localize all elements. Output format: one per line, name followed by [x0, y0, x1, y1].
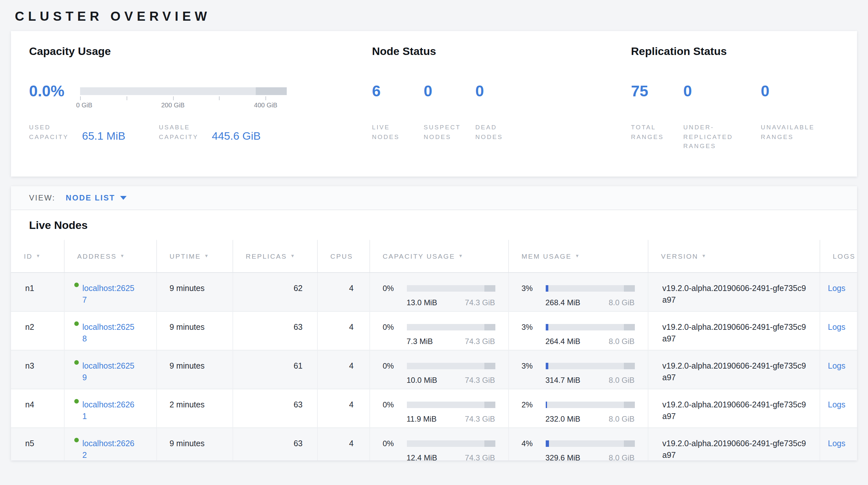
node-version-cell: v19.2.0-alpha.20190606-2491-gfe735c9a97: [648, 389, 819, 427]
suspect-nodes-value: 0: [424, 78, 475, 105]
view-selector-dropdown[interactable]: NODE LIST: [66, 193, 127, 202]
live-nodes-label: LIVE NODES: [372, 123, 414, 142]
node-logs-link[interactable]: Logs: [828, 322, 845, 332]
memory-meter-fill: [546, 324, 548, 330]
column-header-capacity-usage[interactable]: CAPACITY USAGE▼: [369, 240, 508, 272]
view-bar: VIEW: NODE LIST: [11, 186, 857, 210]
usable-capacity-stat: USABLE CAPACITY 445.6 GiB: [159, 123, 260, 142]
live-nodes-tbody: n1 localhost:26257 9 minutes 62 4 0% 13.…: [11, 272, 857, 460]
total-ranges-value: 75: [631, 78, 683, 105]
table-row: n1 localhost:26257 9 minutes 62 4 0% 13.…: [11, 272, 857, 311]
cluster-summary-card: Capacity Usage 0.0% 0 GiB 200 GiB 400 Gi…: [11, 31, 857, 176]
live-nodes-table: ID▼ ADDRESS▼ UPTIME▼ REPLICAS▼ CPUS: [11, 240, 857, 460]
memory-meter: [546, 324, 634, 330]
node-logs-link[interactable]: Logs: [828, 284, 845, 293]
node-logs-link[interactable]: Logs: [828, 400, 845, 409]
node-logs-cell: Logs: [819, 272, 857, 311]
node-uptime-cell: 9 minutes: [156, 427, 232, 460]
capacity-used-value: 7.3 MiB: [407, 335, 433, 347]
memory-used-value: 314.7 MiB: [546, 374, 580, 386]
node-id-cell: n5: [11, 427, 64, 460]
capacity-total-value: 74.3 GiB: [465, 413, 495, 425]
node-status-section: Node Status 6 LIVE NODES 0 SUSPECT NODES…: [372, 45, 631, 176]
under-replicated-ranges-value: 0: [683, 78, 761, 105]
node-address-link[interactable]: localhost:26261: [82, 399, 136, 423]
memory-used-value: 268.4 MiB: [546, 296, 580, 308]
column-header-logs: LOGS: [819, 240, 857, 272]
memory-meter: [546, 363, 634, 369]
used-capacity-value: 65.1 MiB: [82, 130, 125, 143]
node-address-cell: localhost:26259: [64, 350, 156, 389]
live-nodes-heading: Live Nodes: [11, 210, 857, 240]
capacity-meter: [407, 324, 495, 330]
capacity-meter: [407, 363, 495, 369]
memory-meter: [546, 401, 634, 408]
used-capacity-stat: USED CAPACITY 65.1 MiB: [29, 123, 159, 142]
memory-meter-reserved-segment: [624, 440, 634, 447]
node-address-cell: localhost:26261: [64, 389, 156, 427]
memory-total-value: 8.0 GiB: [609, 452, 634, 460]
column-header-mem-usage[interactable]: MEM USAGE▼: [508, 240, 648, 272]
node-id-cell: n2: [11, 311, 64, 350]
total-ranges-stat: 75 TOTAL RANGES: [631, 78, 683, 151]
node-mem-usage-cell: 2% 232.0 MiB 8.0 GiB: [508, 389, 648, 427]
column-header-cpus[interactable]: CPUS: [317, 240, 369, 272]
memory-percent: 4%: [522, 437, 546, 449]
column-header-version[interactable]: VERSION▼: [648, 240, 819, 272]
page-title: CLUSTER OVERVIEW: [0, 0, 868, 24]
sort-icon: ▼: [36, 254, 41, 258]
capacity-percent: 0%: [383, 437, 407, 449]
axis-tick-label: 0 GiB: [76, 102, 92, 109]
memory-meter-reserved-segment: [624, 401, 634, 408]
node-capacity-usage-cell: 0% 12.4 MiB 74.3 GiB: [369, 427, 508, 460]
node-logs-link[interactable]: Logs: [828, 361, 845, 370]
replication-status-section: Replication Status 75 TOTAL RANGES 0 UND…: [631, 45, 857, 176]
chevron-down-icon: [120, 196, 127, 200]
capacity-usage-section: Capacity Usage 0.0% 0 GiB 200 GiB 400 Gi…: [29, 45, 372, 176]
node-logs-link[interactable]: Logs: [828, 439, 845, 448]
view-selected-value: NODE LIST: [66, 193, 115, 202]
sort-icon: ▼: [120, 254, 126, 258]
capacity-meter-reserved-segment: [485, 401, 495, 408]
sort-icon: ▼: [458, 254, 464, 258]
capacity-meter-reserved-segment: [485, 440, 495, 447]
node-address-link[interactable]: localhost:26262: [82, 437, 136, 460]
memory-meter-fill: [546, 363, 548, 369]
usable-capacity-value: 445.6 GiB: [212, 130, 260, 143]
node-address-link[interactable]: localhost:26257: [82, 282, 136, 307]
column-header-address[interactable]: ADDRESS▼: [64, 240, 156, 272]
column-header-uptime[interactable]: UPTIME▼: [156, 240, 232, 272]
dead-nodes-stat: 0 DEAD NODES: [475, 78, 547, 142]
memory-total-value: 8.0 GiB: [609, 335, 634, 347]
capacity-total-value: 74.3 GiB: [465, 374, 495, 386]
capacity-used-value: 10.0 MiB: [407, 374, 437, 386]
memory-meter-reserved-segment: [624, 285, 634, 291]
table-row: n5 localhost:26262 9 minutes 63 4 0% 12.…: [11, 427, 857, 460]
memory-total-value: 8.0 GiB: [609, 296, 634, 308]
node-uptime-cell: 9 minutes: [156, 311, 232, 350]
column-header-replicas[interactable]: REPLICAS▼: [232, 240, 317, 272]
capacity-meter-reserved-segment: [485, 285, 495, 291]
node-capacity-usage-cell: 0% 10.0 MiB 74.3 GiB: [369, 350, 508, 389]
node-live-dot-icon: [74, 437, 79, 442]
memory-percent: 3%: [522, 282, 546, 294]
memory-total-value: 8.0 GiB: [609, 374, 634, 386]
node-address-link[interactable]: localhost:26259: [82, 360, 136, 384]
capacity-meter-reserved-segment: [485, 363, 495, 369]
memory-meter: [546, 285, 634, 291]
capacity-usage-heading: Capacity Usage: [29, 45, 372, 58]
column-header-id[interactable]: ID▼: [11, 240, 64, 272]
node-logs-cell: Logs: [819, 311, 857, 350]
capacity-total-value: 74.3 GiB: [465, 452, 495, 460]
node-version-cell: v19.2.0-alpha.20190606-2491-gfe735c9a97: [648, 427, 819, 460]
unavailable-ranges-stat: 0 UNAVAILABLE RANGES: [761, 78, 857, 151]
node-id-cell: n4: [11, 389, 64, 427]
node-uptime-cell: 9 minutes: [156, 350, 232, 389]
replication-status-heading: Replication Status: [631, 45, 857, 58]
memory-meter-fill: [546, 440, 549, 447]
sort-icon: ▼: [204, 254, 210, 258]
node-address-link[interactable]: localhost:26258: [82, 321, 136, 345]
memory-percent: 3%: [522, 360, 546, 372]
capacity-used-value: 13.0 MiB: [407, 296, 437, 308]
used-capacity-label: USED CAPACITY: [29, 123, 77, 142]
